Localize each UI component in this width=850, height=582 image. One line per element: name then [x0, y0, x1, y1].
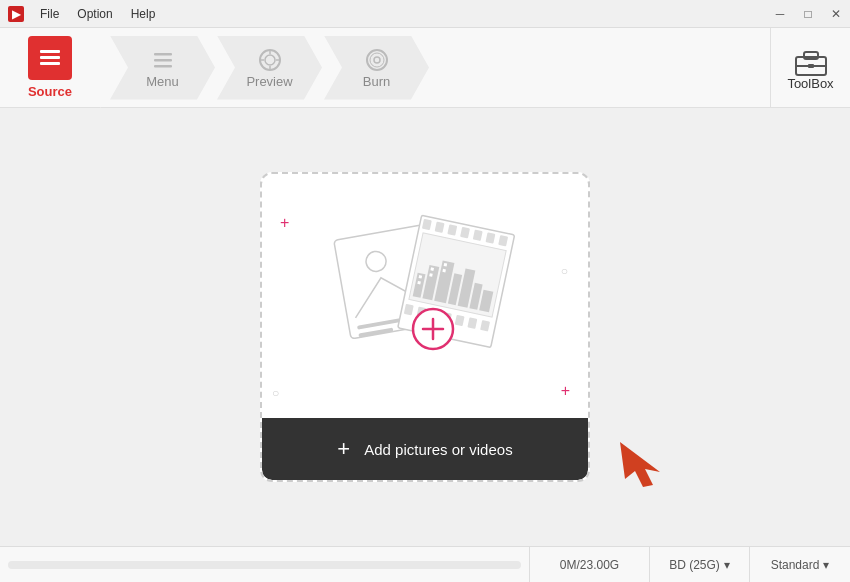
drop-zone[interactable]: + ○ ○ +: [260, 172, 590, 482]
quality-chevron: ▾: [823, 558, 829, 572]
svg-rect-52: [444, 262, 448, 266]
menu-help[interactable]: Help: [123, 5, 164, 23]
svg-rect-3: [40, 56, 60, 59]
source-label: Source: [28, 84, 72, 99]
preview-icon: [256, 46, 284, 74]
svg-rect-4: [40, 62, 60, 65]
svg-point-15: [374, 57, 380, 63]
burn-icon: [363, 46, 391, 74]
add-media-button[interactable]: + Add pictures or videos: [262, 418, 588, 480]
toolbox-button[interactable]: ToolBox: [770, 28, 850, 107]
svg-rect-48: [419, 275, 423, 279]
arrow-pointer: [615, 437, 665, 491]
title-bar-left: ▶ File Option Help: [8, 5, 163, 23]
menu-label: Menu: [146, 74, 179, 89]
nav-source[interactable]: Source: [0, 28, 100, 107]
disc-dropdown[interactable]: BD (25G) ▾: [650, 547, 750, 582]
title-bar: ▶ File Option Help ─ □ ✕: [0, 0, 850, 28]
svg-point-16: [370, 53, 384, 67]
svg-rect-20: [808, 64, 814, 68]
burn-label: Burn: [363, 74, 390, 89]
illustration-svg: [325, 209, 525, 384]
quality-dropdown[interactable]: Standard ▾: [750, 547, 850, 582]
add-label: Add pictures or videos: [364, 441, 512, 458]
toolbox-icon: [793, 44, 829, 76]
svg-rect-51: [429, 273, 433, 277]
menu-option[interactable]: Option: [69, 5, 120, 23]
svg-rect-53: [442, 268, 446, 272]
toolbar: Source Menu: [0, 28, 850, 108]
drop-zone-inner: [262, 174, 588, 418]
source-icon-wrap: [28, 36, 72, 80]
source-icon: [37, 45, 63, 71]
status-bar: 0M/23.00G BD (25G) ▾ Standard ▾: [0, 546, 850, 582]
nav-burn[interactable]: Burn: [324, 36, 429, 100]
disc-label: BD (25G): [669, 558, 720, 572]
svg-rect-6: [154, 59, 172, 62]
minimize-button[interactable]: ─: [766, 0, 794, 28]
main-content: + ○ ○ +: [0, 108, 850, 546]
disc-chevron: ▾: [724, 558, 730, 572]
progress-bar: [8, 561, 521, 569]
preview-label: Preview: [246, 74, 292, 89]
menu-icon: [149, 46, 177, 74]
nav-menu[interactable]: Menu: [110, 36, 215, 100]
menu-file[interactable]: File: [32, 5, 67, 23]
title-bar-controls: ─ □ ✕: [766, 0, 850, 28]
svg-rect-2: [40, 50, 60, 53]
nav-preview[interactable]: Preview: [217, 36, 322, 100]
svg-rect-7: [154, 65, 172, 68]
status-size: 0M/23.00G: [530, 547, 650, 582]
svg-rect-5: [154, 53, 172, 56]
maximize-button[interactable]: □: [794, 0, 822, 28]
app-icon: ▶: [8, 6, 24, 22]
status-progress: [0, 547, 530, 582]
svg-point-9: [265, 55, 275, 65]
svg-rect-49: [417, 280, 421, 284]
svg-rect-50: [430, 267, 434, 271]
quality-label: Standard: [771, 558, 820, 572]
close-button[interactable]: ✕: [822, 0, 850, 28]
add-icon: +: [337, 436, 350, 462]
toolbox-label: ToolBox: [787, 76, 833, 91]
